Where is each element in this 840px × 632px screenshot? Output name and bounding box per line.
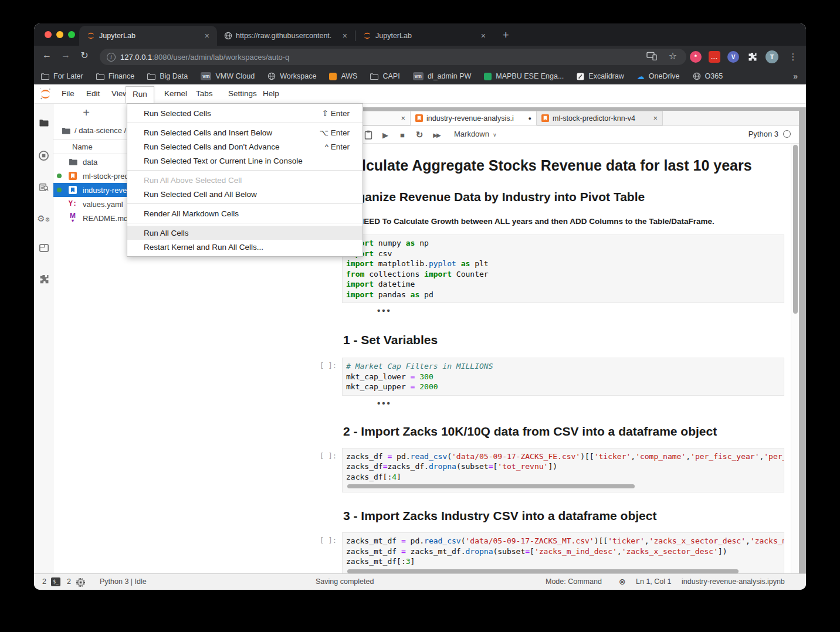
bookmark-item[interactable]: ☁OneDrive — [637, 72, 680, 80]
close-tab-icon[interactable]: × — [401, 114, 405, 123]
notebook-tab[interactable]: ml-stock-predictor-knn-v4× — [537, 111, 663, 125]
markdown-cell[interactable]: 3 - Import Zacks Industry CSV into a dat… — [343, 509, 791, 523]
cell-editor[interactable]: import numpy as npimport csvimport matpl… — [342, 235, 784, 303]
breadcrumb[interactable]: / data-science / — [62, 126, 126, 135]
markdown-cell[interactable]: WE NEED To Calculate Growth between ALL … — [343, 217, 791, 226]
restart-icon[interactable]: ↻ — [413, 128, 426, 141]
bookmark-label: CAPI — [382, 72, 399, 80]
code-cell[interactable]: [ ]:import numpy as npimport csvimport m… — [320, 235, 791, 303]
cell-editor[interactable]: zacks_df = pd.read_csv('data/05-09-17-ZA… — [342, 448, 784, 493]
menubar-item-settings[interactable]: Settings — [228, 89, 257, 98]
property-inspector-gears-icon[interactable]: ⚙⚙ — [34, 213, 53, 224]
extension-indigo-icon[interactable]: V — [726, 50, 740, 64]
menubar-item-file[interactable]: File — [62, 89, 74, 98]
close-tab-icon[interactable]: × — [341, 31, 349, 40]
new-tab-button[interactable]: + — [499, 29, 513, 42]
mode-indicator[interactable]: Mode: Command — [546, 577, 602, 586]
markdown-cell[interactable]: 2 - Import Zacks 10K/10Q data from CSV i… — [343, 424, 791, 439]
bookmark-item[interactable]: O365 — [693, 72, 723, 80]
menubar-item-tabs[interactable]: Tabs — [196, 89, 213, 98]
menu-item[interactable]: Run Selected Cells and Insert Below⌥ Ent… — [127, 125, 363, 140]
scrollbar-thumb[interactable] — [793, 145, 798, 314]
maximize-window-button[interactable] — [68, 31, 75, 38]
close-tab-icon[interactable]: × — [479, 31, 487, 40]
run-icon[interactable]: ▶ — [379, 128, 392, 141]
chrome-tab[interactable]: https://raw.githubusercontent.× — [217, 26, 355, 46]
menubar-item-kernel[interactable]: Kernel — [164, 89, 187, 98]
menu-item[interactable]: Render All Markdown Cells — [127, 206, 363, 220]
collapsed-output-icon[interactable]: ••• — [377, 305, 791, 315]
address-bar[interactable]: i 127.0.0.1:8080/user/admin/lab/workspac… — [100, 49, 686, 65]
cell-type-dropdown[interactable]: Markdown∨ — [454, 130, 497, 138]
running-kernels-icon[interactable] — [34, 150, 53, 161]
cell-editor[interactable]: zacks_mt_df = pd.read_csv('data/05-09-17… — [342, 532, 784, 573]
bookmark-star-icon[interactable]: ☆ — [669, 50, 677, 62]
profile-avatar[interactable]: T — [765, 50, 779, 64]
close-tab-icon[interactable]: × — [203, 31, 211, 40]
send-to-devices-icon[interactable] — [646, 52, 657, 60]
bookmark-item[interactable]: Big Data — [147, 72, 188, 80]
extensions-puzzle-icon[interactable] — [745, 50, 759, 64]
bookmark-item[interactable]: Excalidraw — [577, 72, 624, 80]
menubar-item-edit[interactable]: Edit — [86, 89, 100, 98]
menu-item[interactable]: Run Selected Text or Current Line in Con… — [127, 154, 363, 168]
menubar-item-help[interactable]: Help — [263, 89, 279, 98]
reload-icon[interactable]: ↻ — [77, 50, 92, 61]
bookmark-item[interactable]: Finance — [96, 72, 134, 80]
cell-hscrollbar[interactable] — [346, 484, 784, 489]
file-browser-icon[interactable] — [34, 119, 53, 127]
notebook-scrollbar[interactable] — [791, 144, 799, 573]
chrome-menu-icon[interactable]: ⋮ — [786, 50, 800, 64]
menu-item[interactable]: Run All Cells — [127, 226, 363, 240]
menu-item-label: Run Selected Cells — [144, 109, 211, 118]
menubar-item-run[interactable]: Run — [126, 86, 154, 103]
forward-icon[interactable]: → — [59, 50, 73, 60]
open-tabs-icon[interactable] — [34, 243, 53, 253]
close-tab-icon[interactable]: × — [653, 114, 658, 123]
bookmark-item[interactable]: For Later — [41, 72, 83, 80]
site-info-icon[interactable]: i — [107, 53, 116, 62]
extension-red-icon[interactable]: ... — [707, 50, 722, 64]
inspector-icon[interactable] — [34, 182, 53, 193]
bookmark-item[interactable]: AWS — [329, 72, 357, 80]
bookmark-item[interactable]: vmVMW Cloud — [201, 72, 255, 80]
markdown-cell[interactable]: 1 - Set Variables — [343, 333, 791, 347]
menu-item[interactable]: Run Selected Cells and Don't Advance^ En… — [127, 140, 363, 154]
kernel-count[interactable]: 2 — [67, 577, 71, 586]
bookmark-item[interactable]: MAPBU ESE Enga... — [484, 72, 564, 80]
cell-editor[interactable]: # Market Cap Filters in MILLIONSmkt_cap_… — [342, 358, 784, 396]
menu-item[interactable]: Run Selected Cell and All Below — [127, 187, 363, 201]
menu-item[interactable]: Run Selected Cells⇧ Enter — [127, 106, 363, 120]
back-icon[interactable]: ← — [40, 50, 54, 60]
scrollbar-thumb[interactable] — [347, 569, 739, 573]
code-cell[interactable]: [ ]:zacks_df = pd.read_csv('data/05-09-1… — [320, 448, 791, 493]
scrollbar-thumb[interactable] — [347, 484, 635, 488]
fast-forward-icon[interactable]: ▶▶ — [430, 128, 443, 141]
menu-item[interactable]: Restart Kernel and Run All Cells... — [127, 240, 363, 254]
chrome-tab[interactable]: JupyterLab× — [355, 26, 493, 46]
code-cell[interactable]: [ ]:# Market Cap Filters in MILLIONSmkt_… — [320, 358, 791, 396]
page-scrollbar[interactable] — [799, 107, 806, 573]
notebook-tab[interactable]: industry-revenue-analysis.i● — [411, 111, 537, 125]
cursor-position[interactable]: Ln 1, Col 1 — [636, 577, 671, 586]
code-cell[interactable]: [ ]:zacks_mt_df = pd.read_csv('data/05-0… — [320, 532, 791, 573]
extension-pink-icon[interactable]: * — [689, 50, 703, 64]
kernel-indicator[interactable]: Python 3 — [748, 130, 791, 138]
chrome-tab[interactable]: JupyterLab× — [79, 26, 217, 46]
kernel-status-text[interactable]: Python 3 | Idle — [100, 577, 147, 586]
minimize-window-button[interactable] — [56, 31, 63, 38]
terminal-count[interactable]: 2 — [42, 577, 46, 586]
markdown-cell[interactable]: Organize Revenue Data by Industry into P… — [343, 190, 791, 204]
bookmarks-overflow-icon[interactable]: » — [793, 72, 798, 81]
stop-icon[interactable]: ■ — [396, 128, 409, 141]
collapsed-output-icon[interactable]: ••• — [377, 398, 791, 408]
bookmark-item[interactable]: CAPI — [370, 72, 399, 80]
new-launcher-button[interactable]: + — [79, 106, 93, 120]
bookmark-item[interactable]: Workspace — [267, 72, 316, 80]
extension-manager-icon[interactable] — [34, 274, 53, 284]
markdown-cell[interactable]: Calculate Aggregate Stocks Revenue data … — [343, 157, 791, 174]
paste-icon[interactable] — [362, 128, 375, 141]
close-window-button[interactable] — [45, 31, 52, 38]
cell-hscrollbar[interactable] — [346, 569, 784, 574]
bookmark-item[interactable]: vmdl_admin PW — [413, 72, 472, 80]
